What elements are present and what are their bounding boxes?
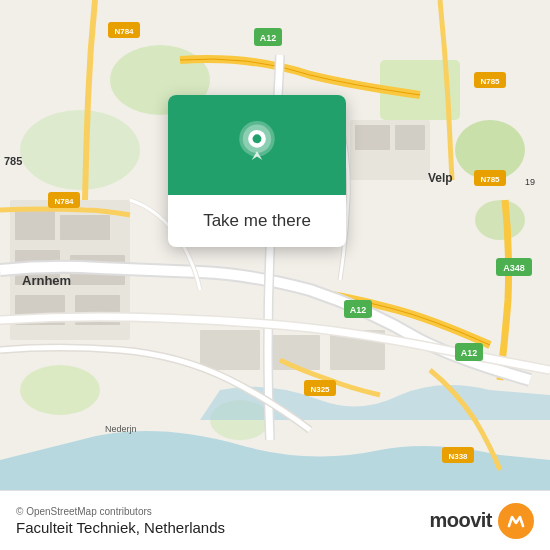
svg-text:N785: N785 [480,175,500,184]
moovit-logo-icon [498,503,534,539]
location-name: Faculteit Techniek, Netherlands [16,519,225,536]
popup-body: Take me there [168,195,346,247]
location-pin-icon [233,121,281,169]
svg-text:A348: A348 [503,263,525,273]
svg-rect-10 [60,215,110,240]
moovit-logo: moovit [429,503,534,539]
svg-text:A12: A12 [260,33,277,43]
svg-text:A12: A12 [350,305,367,315]
take-me-there-button[interactable]: Take me there [203,207,311,235]
svg-text:N785: N785 [480,77,500,86]
svg-point-1 [20,110,140,190]
moovit-logo-text: moovit [429,509,492,532]
svg-text:Nederjn: Nederjn [105,424,137,434]
svg-point-5 [475,200,525,240]
bottom-bar: © OpenStreetMap contributors Faculteit T… [0,490,550,550]
svg-rect-9 [15,210,55,240]
svg-point-52 [253,134,262,143]
svg-point-6 [20,365,100,415]
svg-text:785: 785 [4,155,22,167]
svg-rect-17 [395,125,425,150]
bottom-bar-left: © OpenStreetMap contributors Faculteit T… [16,506,225,536]
popup-card: Take me there [168,95,346,247]
svg-text:N325: N325 [310,385,330,394]
osm-attribution: © OpenStreetMap contributors [16,506,225,517]
svg-rect-21 [200,330,260,370]
svg-text:Arnhem: Arnhem [22,273,71,288]
map-container: A12 A12 A12 A348 N784 N784 N785 N785 N32… [0,0,550,490]
svg-text:Velp: Velp [428,171,453,185]
svg-text:N784: N784 [54,197,74,206]
svg-text:N338: N338 [448,452,468,461]
popup-header [168,95,346,195]
svg-text:A12: A12 [461,348,478,358]
svg-text:19: 19 [525,177,535,187]
svg-rect-16 [355,125,390,150]
svg-text:N784: N784 [114,27,134,36]
